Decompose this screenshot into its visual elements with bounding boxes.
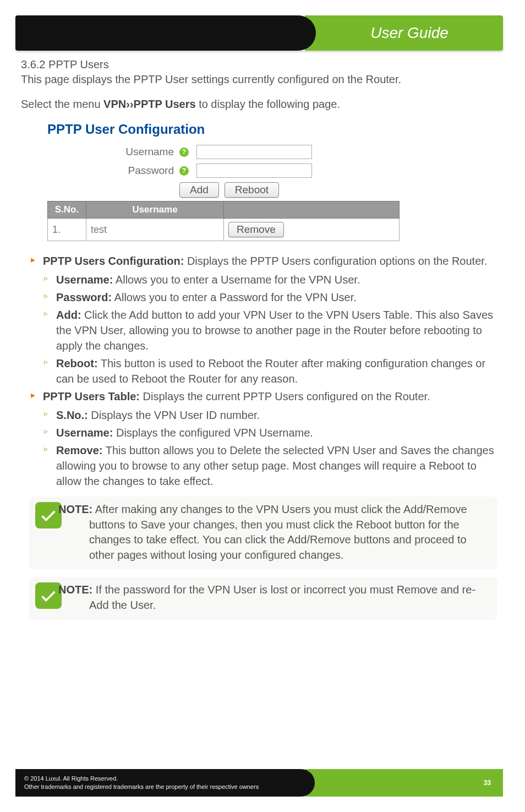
help-icon[interactable]: ? — [179, 148, 189, 157]
def-table: PPTP Users Table: Displays the current P… — [31, 389, 503, 404]
def-remove: Remove: This button allows you to Delete… — [44, 443, 503, 489]
checkmark-icon — [35, 502, 62, 528]
def-table-title: PPTP Users Table: — [43, 390, 140, 402]
note-2-text: NOTE: If the password for the VPN User i… — [69, 582, 488, 613]
def-sno: S.No.: Displays the VPN User ID number. — [44, 407, 503, 423]
def-config-text: Displays the PPTP Users configuration op… — [184, 255, 487, 267]
note-2-body: If the password for the VPN User is lost… — [89, 584, 475, 611]
checkmark-icon — [35, 582, 62, 609]
definition-list: PPTP Users Configuration: Displays the P… — [31, 253, 503, 489]
footer-copyright: © 2014 Luxul. All Rights Reserved. Other… — [15, 769, 315, 797]
def-uname2-d: Displays the configured VPN Username. — [113, 427, 313, 439]
def-password: Password: Allows you to enter a Password… — [44, 290, 503, 305]
def-remove-t: Remove: — [56, 444, 102, 456]
def-password-t: Password: — [56, 291, 112, 303]
def-username: Username: Allows you to enter a Username… — [44, 272, 503, 287]
menu-bold: VPN››PPTP Users — [103, 98, 195, 110]
def-username-d: Allows you to enter a Username for the V… — [113, 274, 360, 286]
menu-path-paragraph: Select the menu VPN››PPTP Users to displ… — [21, 97, 503, 112]
password-row: Password ? — [47, 164, 400, 178]
password-input[interactable] — [196, 164, 312, 178]
def-add-t: Add: — [56, 309, 81, 321]
def-uname2-t: Username: — [56, 427, 113, 439]
footer-page-number: 33 — [484, 779, 491, 787]
note-box-1: NOTE: After making any changes to the VP… — [29, 497, 497, 569]
help-icon[interactable]: ? — [179, 166, 189, 176]
section-heading: 3.6.2 PPTP Users — [21, 58, 503, 71]
figure-title: PPTP User Configuration — [47, 122, 400, 137]
def-sno-d: Displays the VPN User ID number. — [88, 409, 260, 421]
users-table: S.No. Username 1. test Remove — [47, 201, 400, 241]
cell-sno: 1. — [48, 219, 86, 241]
def-config: PPTP Users Configuration: Displays the P… — [31, 253, 503, 269]
table-row: 1. test Remove — [48, 219, 400, 241]
note-1-body: After making any changes to the VPN User… — [89, 503, 467, 561]
def-reboot-t: Reboot: — [56, 357, 98, 369]
def-add-d: Click the Add button to add your VPN Use… — [56, 309, 493, 352]
username-row: Username ? — [47, 145, 400, 159]
cell-username: test — [86, 219, 224, 241]
remove-button[interactable]: Remove — [228, 222, 284, 237]
def-password-d: Allows you to enter a Password for the V… — [112, 291, 357, 303]
note-box-2: NOTE: If the password for the VPN User i… — [29, 577, 497, 619]
intro-paragraph: This page displays the PPTP User setting… — [21, 72, 503, 87]
def-reboot: Reboot: This button is used to Reboot th… — [44, 356, 503, 386]
header-title-block: User Guide — [305, 15, 503, 51]
password-label: Password — [47, 165, 174, 177]
th-action — [224, 201, 400, 219]
cell-action: Remove — [224, 219, 400, 241]
def-table-text: Displays the current PPTP Users configur… — [140, 390, 430, 402]
th-username: Username — [86, 201, 224, 219]
def-remove-d: This button allows you to Delete the sel… — [56, 444, 494, 487]
note-1-text: NOTE: After making any changes to the VP… — [69, 502, 488, 563]
def-add: Add: Click the Add button to add your VP… — [44, 307, 503, 353]
def-sno-t: S.No.: — [56, 409, 88, 421]
username-label: Username — [47, 146, 174, 158]
button-row: Add Reboot — [179, 182, 400, 198]
def-config-title: PPTP Users Configuration: — [43, 255, 184, 267]
def-username2: Username: Displays the configured VPN Us… — [44, 425, 503, 440]
th-sno: S.No. — [48, 201, 86, 219]
add-button[interactable]: Add — [179, 182, 219, 198]
username-input[interactable] — [196, 145, 312, 159]
menu-prefix: Select the menu — [21, 98, 103, 110]
page-header: User Guide — [15, 15, 503, 51]
footer-page-block: 33 — [305, 769, 503, 797]
note-1-label: NOTE: — [58, 503, 92, 515]
reboot-button[interactable]: Reboot — [225, 182, 279, 198]
note-2-label: NOTE: — [58, 584, 92, 596]
pptp-config-figure: PPTP User Configuration Username ? Passw… — [47, 122, 400, 241]
header-title: User Guide — [370, 24, 449, 42]
footer-line1: © 2014 Luxul. All Rights Reserved. — [24, 775, 306, 783]
def-username-t: Username: — [56, 274, 113, 286]
header-left-block — [15, 15, 316, 51]
def-reboot-d: This button is used to Reboot the Router… — [56, 357, 485, 385]
menu-suffix: to display the following page. — [196, 98, 340, 110]
footer-line2: Other trademarks and registered trademar… — [24, 783, 306, 791]
page-footer: © 2014 Luxul. All Rights Reserved. Other… — [15, 769, 503, 797]
